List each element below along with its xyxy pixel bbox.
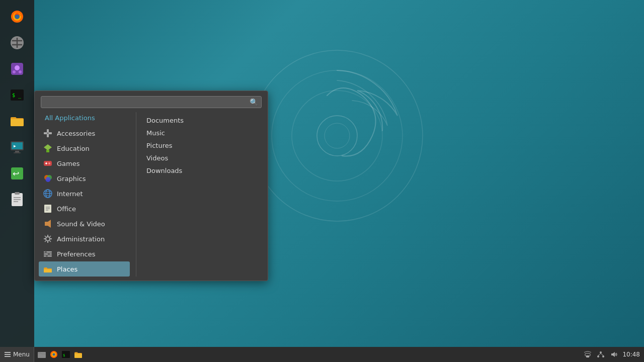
administration-icon <box>43 234 53 244</box>
category-games[interactable]: Games <box>39 156 130 171</box>
clipboard-dock-icon[interactable] <box>5 187 30 212</box>
category-preferences[interactable]: Preferences <box>39 246 130 261</box>
svg-point-80 <box>602 355 604 357</box>
svg-rect-21 <box>14 152 21 153</box>
all-applications-item[interactable]: All Applications <box>39 112 130 126</box>
svg-rect-26 <box>15 192 20 195</box>
category-sound-video[interactable]: Sound & Video <box>39 216 130 231</box>
taskbar-files[interactable] <box>72 349 84 360</box>
place-pictures[interactable]: Pictures <box>142 139 264 152</box>
all-apps-label: All Applications <box>45 114 95 122</box>
svg-point-78 <box>600 351 602 353</box>
places-panel: Documents Music Pictures Videos Download… <box>140 112 264 277</box>
folder-dock-icon[interactable] <box>5 109 30 134</box>
place-music[interactable]: Music <box>142 127 264 139</box>
search-icon[interactable]: 🔍 <box>250 98 258 106</box>
menu-divider <box>136 112 136 277</box>
category-places[interactable]: Places <box>39 261 130 277</box>
taskbar: Menu $ <box>0 347 644 362</box>
system-tray <box>582 349 619 360</box>
taskbar-terminal[interactable]: $ <box>60 349 71 360</box>
internet-icon <box>43 189 53 199</box>
firefox-dock-icon[interactable] <box>5 4 30 29</box>
svg-marker-33 <box>44 144 52 150</box>
svg-rect-35 <box>44 161 52 166</box>
svg-point-41 <box>46 177 51 182</box>
accessories-label: Accessories <box>57 130 95 137</box>
documents-label: Documents <box>146 117 184 124</box>
svg-line-58 <box>50 241 51 242</box>
sidebar-dock: $ _ ▶ ↩ <box>0 0 34 347</box>
clock: 10:48 <box>622 351 640 358</box>
svg-point-32 <box>47 132 49 134</box>
app-dock-icon[interactable] <box>5 56 30 81</box>
place-videos[interactable]: Videos <box>142 152 264 164</box>
category-accessories[interactable]: Accessories <box>39 126 130 141</box>
svg-marker-83 <box>611 352 615 357</box>
place-downloads[interactable]: Downloads <box>142 164 264 177</box>
place-documents[interactable]: Documents <box>142 114 264 127</box>
category-graphics[interactable]: Graphics <box>39 171 130 186</box>
svg-point-14 <box>13 70 16 73</box>
sound-video-label: Sound & Video <box>57 220 105 228</box>
svg-text:↩: ↩ <box>13 169 19 178</box>
office-icon <box>43 204 53 214</box>
categories-panel: All Applications Accessories <box>39 112 132 277</box>
display-dock-icon[interactable]: ▶ <box>5 135 30 160</box>
graphics-icon <box>43 173 53 184</box>
svg-point-2 <box>292 90 382 181</box>
sound-video-icon <box>43 219 53 229</box>
settings-dock-icon[interactable] <box>5 30 30 55</box>
taskbar-file-manager[interactable] <box>36 349 47 360</box>
svg-text:$: $ <box>63 353 65 357</box>
svg-point-13 <box>15 65 20 70</box>
desktop-decoration <box>242 40 433 231</box>
music-label: Music <box>146 129 165 137</box>
taskbar-right: 10:48 <box>578 349 644 360</box>
svg-point-65 <box>48 253 50 255</box>
category-administration[interactable]: Administration <box>39 231 130 246</box>
svg-point-64 <box>45 251 47 253</box>
svg-text:▶: ▶ <box>14 144 16 148</box>
menu-label: Menu <box>13 351 30 358</box>
category-education[interactable]: Education <box>39 141 130 156</box>
svg-rect-34 <box>46 150 49 152</box>
svg-line-59 <box>50 236 51 237</box>
taskbar-menu-button[interactable]: Menu <box>0 347 34 362</box>
search-box[interactable]: 🔍 <box>41 96 262 108</box>
svg-point-0 <box>252 50 423 221</box>
places-icon <box>43 264 53 274</box>
volume-tray-icon[interactable] <box>608 349 619 360</box>
accessories-icon <box>43 128 53 138</box>
category-office[interactable]: Office <box>39 201 130 216</box>
search-input[interactable] <box>44 99 250 106</box>
svg-text:$ _: $ _ <box>12 93 22 99</box>
logout-dock-icon[interactable]: ↩ <box>5 161 30 186</box>
office-label: Office <box>57 205 76 213</box>
svg-point-73 <box>52 353 55 356</box>
menu-hamburger-icon <box>4 351 11 358</box>
svg-point-66 <box>46 255 48 257</box>
svg-point-36 <box>48 162 50 164</box>
videos-label: Videos <box>146 154 168 162</box>
category-internet[interactable]: Internet <box>39 186 130 201</box>
svg-line-60 <box>45 241 46 242</box>
svg-line-82 <box>601 353 603 355</box>
svg-line-57 <box>45 236 46 237</box>
svg-point-4 <box>325 123 350 148</box>
downloads-label: Downloads <box>146 167 182 174</box>
svg-line-81 <box>598 353 601 355</box>
svg-point-52 <box>46 237 50 241</box>
network-connections-icon[interactable] <box>595 349 606 360</box>
education-label: Education <box>57 145 90 152</box>
terminal-dock-icon[interactable]: $ _ <box>5 82 30 108</box>
administration-label: Administration <box>57 235 105 243</box>
places-label: Places <box>57 265 77 273</box>
app-menu: 🔍 All Applications Accessories <box>34 90 268 281</box>
taskbar-firefox[interactable] <box>48 349 59 360</box>
network-tray-icon[interactable] <box>582 349 593 360</box>
internet-label: Internet <box>57 190 83 198</box>
graphics-label: Graphics <box>57 175 86 183</box>
svg-point-1 <box>272 70 403 201</box>
preferences-icon <box>43 249 53 259</box>
